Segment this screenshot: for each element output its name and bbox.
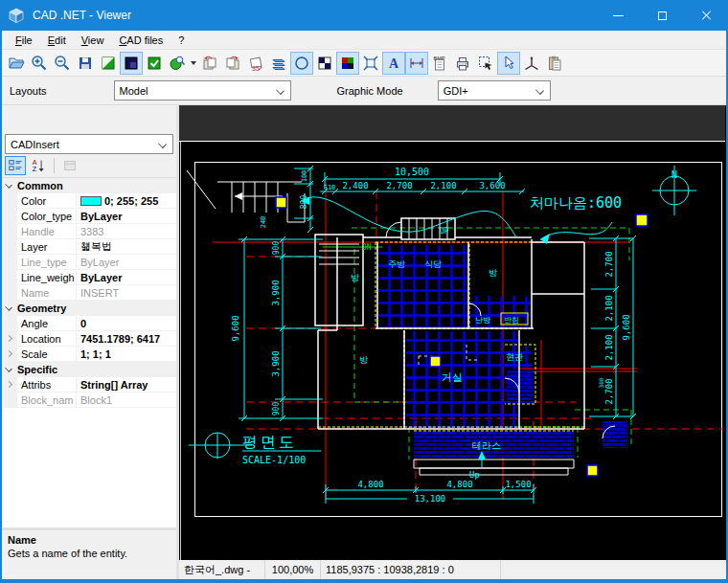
prop-layer[interactable]: Layer첇복법 [2, 239, 176, 255]
save-button[interactable] [74, 52, 97, 75]
close-button[interactable] [684, 0, 728, 31]
menu-view[interactable]: View [74, 33, 112, 48]
layers-button[interactable] [267, 52, 290, 75]
paste-button[interactable] [543, 52, 566, 75]
menu-bar: File Edit View CAD files ? [2, 31, 726, 50]
menu-help[interactable]: ? [171, 33, 192, 48]
svg-text:9,600: 9,600 [622, 314, 631, 340]
show-dimensions-button[interactable] [405, 52, 428, 75]
draw-circle-button[interactable] [290, 52, 313, 75]
category-common[interactable]: Common [2, 178, 176, 193]
colors-button[interactable] [336, 52, 359, 75]
title-bar: CAD .NET - Viewer [0, 0, 728, 31]
svg-text:240: 240 [260, 216, 267, 229]
rotate-left-button[interactable] [198, 52, 221, 75]
preview-zoom-icon [169, 55, 186, 72]
svg-text:10,500: 10,500 [395, 167, 429, 177]
prop-name[interactable]: NameINSERT [2, 285, 176, 301]
maximize-button[interactable] [640, 0, 684, 31]
prop-attribs[interactable]: AttribsString[] Array [2, 377, 176, 392]
category-geometry[interactable]: Geometry [2, 301, 176, 316]
image-dark-button[interactable] [120, 52, 143, 75]
prop-line-type[interactable]: Line_typeByLayer [2, 255, 176, 270]
prop-color-type[interactable]: Color_typeByLayer [2, 209, 176, 224]
status-coordinates: 1185,9375 : 10938,2819 : 0 [321, 560, 501, 579]
prop-color[interactable]: Color0; 255; 255 [2, 193, 176, 209]
room-entrance: 현관 [506, 352, 523, 362]
fit-to-screen-button[interactable] [359, 52, 382, 75]
layouts-select[interactable]: Model [114, 80, 291, 101]
svg-text:900: 900 [272, 241, 281, 256]
room-3: 방 [359, 355, 368, 365]
zoom-in-icon [31, 55, 48, 72]
svg-text:1,500: 1,500 [505, 480, 531, 489]
svg-text:2,100: 2,100 [604, 295, 614, 321]
svg-text:A: A [389, 56, 399, 71]
prop-location[interactable]: Location7451.1789; 6417 [2, 331, 176, 347]
prop-line-weight[interactable]: Line_weighByLayer [2, 270, 176, 285]
print-button[interactable] [451, 52, 474, 75]
show-text-button[interactable]: A [382, 52, 405, 75]
minimize-icon [613, 15, 624, 16]
drawing-viewport[interactable]: N 처마나옴:600 10,500 610 2,400 2,700 2,100 … [179, 105, 726, 560]
open-button[interactable] [5, 52, 28, 75]
preview-zoom-button[interactable] [166, 52, 189, 75]
room-kitchen: 주방 [388, 259, 405, 269]
prop-handle[interactable]: Handle3383 [2, 224, 176, 239]
svg-text:BMP: BMP [434, 55, 445, 60]
select-entity-button[interactable] [474, 52, 497, 75]
black-white-button[interactable] [313, 52, 336, 75]
svg-text:Z: Z [33, 166, 37, 173]
categorized-view-button[interactable] [5, 156, 26, 175]
image-check-icon [146, 55, 163, 72]
expand-icon [6, 381, 12, 388]
plan-scale: SCALE-1/100 [242, 455, 306, 465]
prop-block-name[interactable]: Block_namBlock1 [2, 392, 176, 408]
printer-icon [454, 55, 471, 72]
svg-text:3,900: 3,900 [271, 280, 281, 305]
property-panel: CADInsert AZ Common Color0; 255; 255 Col… [2, 105, 179, 579]
main-area: CADInsert AZ Common Color0; 255; 255 Col… [2, 105, 726, 579]
room-living: 거실 [442, 371, 463, 384]
zoom-out-icon [54, 55, 71, 72]
rotate-angle-button[interactable]: 35 [244, 52, 267, 75]
menu-file[interactable]: File [8, 33, 40, 48]
image-check-button[interactable] [143, 52, 166, 75]
alphabetical-sort-button[interactable]: AZ [28, 156, 49, 175]
show-axes-button[interactable] [520, 52, 543, 75]
image-frame-button[interactable] [97, 52, 120, 75]
pointer-button[interactable] [497, 52, 520, 75]
export-bmp-button[interactable]: BMP [428, 52, 451, 75]
dimension-icon [408, 55, 425, 72]
stairs-down-label: DN [362, 243, 372, 252]
menu-edit[interactable]: Edit [40, 33, 74, 48]
property-pages-button[interactable] [59, 156, 80, 175]
svg-text:2,100: 2,100 [604, 334, 614, 360]
menu-cad-files[interactable]: CAD files [111, 33, 171, 48]
image-dark-icon [123, 55, 140, 72]
prop-scale[interactable]: Scale1; 1; 1 [2, 347, 176, 362]
layouts-value: Model [120, 85, 148, 97]
status-zoom: 100,00% [265, 560, 321, 579]
category-specific[interactable]: Specific [2, 362, 176, 377]
minimize-button[interactable] [596, 0, 640, 31]
app-window: CAD .NET - Viewer File Edit View CAD fil… [0, 0, 728, 583]
color-swatch [80, 196, 102, 206]
svg-text:2,400: 2,400 [342, 181, 368, 191]
entity-select[interactable]: CADInsert [5, 134, 173, 154]
prop-angle[interactable]: Angle0 [2, 316, 176, 331]
svg-text:4,800: 4,800 [357, 480, 383, 489]
room-closet: 반침 [504, 316, 519, 325]
svg-text:100: 100 [301, 170, 308, 183]
rotate-right-button[interactable] [221, 52, 244, 75]
terrace-up-label: Up [469, 470, 480, 480]
image-frame-icon [100, 55, 117, 72]
cad-drawing: N 처마나옴:600 10,500 610 2,400 2,700 2,100 … [179, 105, 725, 560]
app-cube-icon [8, 7, 25, 24]
zoom-out-button[interactable] [51, 52, 74, 75]
zoom-in-button[interactable] [28, 52, 51, 75]
graphic-mode-select[interactable]: GDI+ [438, 80, 551, 101]
preview-zoom-dropdown[interactable] [189, 52, 198, 75]
text-a-icon: A [385, 55, 402, 72]
rotate-left-icon [201, 55, 218, 72]
